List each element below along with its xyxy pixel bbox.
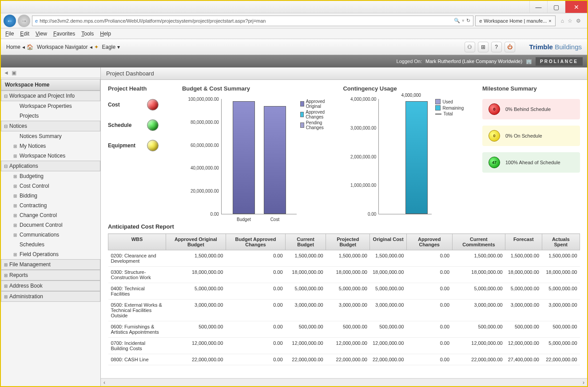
scroll-right-icon[interactable]: › [583,379,584,386]
col-forecast[interactable]: Forecast [505,234,542,250]
help-button[interactable]: ? [491,42,502,52]
table-row[interactable]: 0700: Incidental Building Costs12,000,00… [108,338,580,354]
expand-icon[interactable]: ▣ [12,70,16,76]
back-button[interactable]: ← [4,15,16,27]
logged-on-label: Logged On: [397,59,422,64]
sidebar-item-communications[interactable]: ⊞Communications [1,230,100,240]
ie-icon: e [35,18,38,24]
sidebar-item-budgeting[interactable]: ⊞Budgeting [1,171,100,181]
project-health-panel: Project Health CostScheduleEquipment [108,85,169,214]
search-icon[interactable]: 🔍 [454,18,460,24]
col-projected-budget[interactable]: Projected Budget [326,234,370,250]
settings-icon[interactable]: ⚙ [576,18,581,24]
horizontal-scrollbar[interactable]: ‹ › [101,378,587,386]
contingency-panel: Contingency Usage 4,000,000.003,000,000.… [343,85,469,214]
table-row[interactable]: 0600: Furnishings & Artistics Appointmen… [108,321,580,338]
proliance-logo-icon: 🏢 [526,59,532,64]
sidebar-tools: ◄ ▣ [1,67,100,78]
sidebar-section-administration[interactable]: ⊞Administration [1,291,100,302]
brand-logo: Trimble Buildings [529,43,582,51]
sidebar-item-projects[interactable]: Projects [1,111,100,121]
health-equipment: Equipment [108,140,169,151]
current-user: Mark Rutherford (Lake Company Worldwide) [425,59,522,64]
forward-button[interactable]: → [18,15,30,27]
menu-tools[interactable]: Tools [81,31,94,37]
toolbar-btn-2[interactable]: ⊞ [478,42,489,52]
project-selector[interactable]: Eagle▾ [102,44,120,50]
url-text: http://se3vm2.demo.mps.com/Proliance/Web… [40,18,266,24]
col-budget-approved-changes[interactable]: Budget Approved Changes [226,234,285,250]
sidebar-item-schedules[interactable]: Schedules [1,240,100,249]
home-icon[interactable]: ⌂ [561,18,564,24]
sidebar-home[interactable]: Workspace Home [1,79,100,91]
contingency-bar [405,101,428,214]
sidebar-item-bidding[interactable]: ⊞Bidding [1,191,100,201]
close-button[interactable]: ✕ [565,1,587,13]
menu-edit[interactable]: Edit [20,31,29,37]
col-approved-original-budget[interactable]: Approved Original Budget [166,234,226,250]
sidebar-section-file-management[interactable]: ⊞File Management [1,259,100,270]
sidebar-item-document-control[interactable]: ⊞Document Control [1,220,100,230]
table-row[interactable]: 0800: CASH Line22,000,000.000.0022,000,0… [108,354,580,365]
col-approved-changes[interactable]: Approved Changes [406,234,452,250]
col-wbs[interactable]: WBS [108,234,166,250]
breadcrumb-home[interactable]: Home◂🏠 [6,44,33,50]
milestone-orb-icon: 0 [489,130,500,142]
sidebar-item-field-operations[interactable]: ⊞Field Operations [1,249,100,259]
sidebar-item-cost-control[interactable]: ⊞Cost Control [1,181,100,191]
sidebar-item-workspace-notices[interactable]: ⊞Workspace Notices [1,151,100,161]
collapse-icon[interactable]: ◄ [4,70,9,76]
menu-view[interactable]: View [36,31,47,37]
sidebar-section-workspace-and-project-info[interactable]: ⊟Workspace and Project Info [1,91,100,101]
contingency-legend: Used Remaining Total [435,99,464,214]
budget-legend: Approved Original Approved Changes Pendi… [300,99,330,214]
col-original-cost[interactable]: Original Cost [370,234,406,250]
col-current-budget[interactable]: Current Budget [286,234,326,250]
menu-favorites[interactable]: Favorites [53,31,75,37]
milestone-onsch: 00% On Schedule [482,126,580,146]
sidebar-item-notices-summary[interactable]: Notices Summary [1,131,100,141]
status-bar: Logged On: Mark Rutherford (Lake Company… [1,55,587,67]
workspace-navigator[interactable]: Workspace Navigator◂✦ [37,44,99,50]
minimize-button[interactable]: — [529,1,547,13]
sidebar-section-address-book[interactable]: ⊞Address Book [1,280,100,291]
browser-menubar: FileEditViewFavoritesToolsHelp [1,28,587,39]
ie-icon: e [479,18,482,24]
address-bar[interactable]: e http://se3vm2.demo.mps.com/Proliance/W… [32,16,473,26]
col-actuals-spent[interactable]: Actuals Spent [542,234,580,250]
budget-summary-panel: Budget & Cost Summary 100,000,000.0080,0… [182,85,330,214]
table-row[interactable]: 0300: Structure-Construction Work18,000,… [108,267,580,283]
dashboard-title: Project Dashboard [101,67,587,80]
titlebar: — ▢ ✕ [1,1,587,13]
sidebar-section-reports[interactable]: ⊞Reports [1,270,100,280]
orb-red-icon [147,99,159,111]
table-row[interactable]: 0200: Clearance and Development1,500,000… [108,250,580,267]
favorites-icon[interactable]: ☆ [568,18,572,24]
sidebar-item-workspace-properties[interactable]: Workspace Properties [1,101,100,111]
table-row[interactable]: 0500: External Works & Technical Facilit… [108,300,580,321]
sidebar-item-my-notices[interactable]: ⊞My Notices [1,141,100,151]
tab-title: Workspace Home | manufe... [484,18,547,24]
close-tab-icon[interactable]: × [548,18,551,24]
menu-file[interactable]: File [5,31,14,37]
sidebar-item-contracting[interactable]: ⊞Contracting [1,201,100,210]
budget-chart: 100,000,000.0080,000,000.0060,000,000.00… [221,99,297,214]
browser-tools: ⌂ ☆ ⚙ [557,18,584,24]
home-icon: 🏠 [27,44,33,50]
sidebar-section-notices[interactable]: ⊟Notices [1,121,100,131]
toolbar-btn-1[interactable]: ⚇ [465,42,475,52]
nav-icon: ✦ [94,44,99,50]
browser-tab[interactable]: e Workspace Home | manufe... × [475,16,556,26]
budget-bar [233,101,255,214]
sidebar-section-applications[interactable]: ⊟Applications [1,161,100,171]
milestone-orb-icon: 0 [489,103,500,115]
refresh-icon[interactable]: ↻ [466,18,470,24]
maximize-button[interactable]: ▢ [547,1,565,13]
col-current-commitments[interactable]: Current Commitments [452,234,505,250]
power-button[interactable]: ⏻ [505,42,515,52]
contingency-top-label: 4,000,000 [401,93,421,98]
sidebar-item-change-control[interactable]: ⊞Change Control [1,210,100,220]
menu-help[interactable]: Help [100,31,111,37]
scroll-left-icon[interactable]: ‹ [103,379,105,386]
table-row[interactable]: 0400: Technical Facilities5,000,000.000.… [108,283,580,300]
